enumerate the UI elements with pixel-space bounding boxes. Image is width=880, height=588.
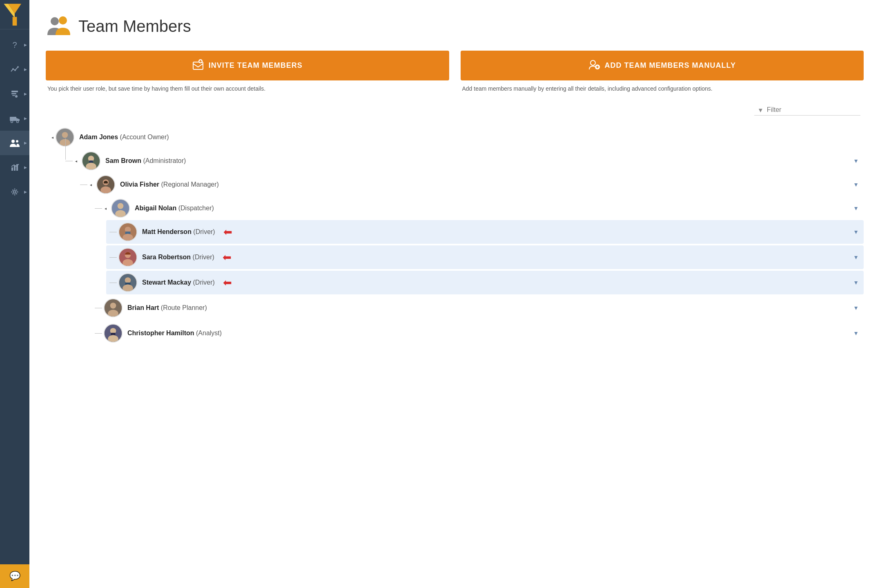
svg-point-18 (13, 191, 16, 193)
sidebar-logo[interactable] (0, 0, 29, 29)
avatar-olivia (96, 175, 115, 194)
svg-point-21 (11, 192, 13, 193)
tree-node-sara: Sara Robertson (Driver) ⬅ ▼ (106, 245, 864, 269)
sidebar-chat-button[interactable]: 💬 (0, 564, 29, 588)
svg-rect-7 (11, 93, 16, 94)
row-chevron-sara[interactable]: ▼ (853, 254, 859, 261)
member-role-stewart: (Driver) (193, 279, 215, 286)
invite-card: INVITE TEAM MEMBERS You pick their user … (46, 51, 449, 93)
row-chevron-sam[interactable]: ▼ (853, 158, 859, 164)
red-arrow-stewart: ⬅ (223, 277, 232, 288)
svg-point-62 (110, 303, 116, 309)
row-chevron-matt[interactable]: ▼ (853, 229, 859, 235)
indent-adam: ◂ (49, 134, 56, 140)
chevron-icon: ▶ (24, 116, 27, 120)
add-description: Add team members manually by entering al… (461, 85, 864, 93)
svg-point-19 (14, 189, 16, 190)
member-name-sam: Sam Brown (105, 157, 141, 164)
toggle-olivia[interactable]: ◂ (87, 181, 94, 188)
sidebar-item-team[interactable]: ▶ (0, 131, 29, 155)
member-name-abigail: Abigail Nolan (135, 205, 176, 212)
member-info-matt: Matt Henderson (Driver) (142, 228, 215, 236)
filter-wrapper[interactable]: ▼ (754, 105, 860, 116)
team-tree: ◂ Adam Jones (Account Owner) (46, 125, 864, 345)
invite-icon (192, 59, 204, 72)
svg-point-4 (14, 69, 16, 71)
sidebar-item-settings[interactable]: ▶ (0, 180, 29, 204)
toggle-abigail[interactable]: ◂ (102, 205, 109, 212)
tree-row-stewart[interactable]: Stewart Mackay (Driver) ⬅ ▼ (106, 271, 864, 294)
svg-rect-15 (11, 167, 13, 171)
svg-point-28 (59, 16, 67, 24)
svg-rect-29 (193, 62, 203, 69)
action-row: INVITE TEAM MEMBERS You pick their user … (46, 51, 864, 93)
member-info-christopher: Christopher Hamilton (Analyst) (127, 330, 222, 337)
sidebar-item-orders[interactable]: ▶ (0, 82, 29, 106)
svg-point-43 (86, 163, 96, 170)
tree-row-matt[interactable]: Matt Henderson (Driver) ⬅ ▼ (106, 220, 864, 244)
avatar-sam (82, 151, 100, 170)
avatar-abigail (111, 199, 130, 218)
sidebar-item-reports[interactable]: ▶ (0, 155, 29, 180)
svg-point-22 (17, 192, 18, 193)
page-title: Team Members (78, 17, 191, 36)
filter-row: ▼ (46, 105, 864, 116)
add-icon (588, 59, 600, 72)
row-chevron-christopher[interactable]: ▼ (853, 330, 859, 336)
sidebar-item-analytics[interactable]: ▶ (0, 57, 29, 82)
chat-icon: 💬 (9, 571, 20, 581)
tree-node-stewart: Stewart Mackay (Driver) ⬅ ▼ (106, 271, 864, 294)
page-header-icon (46, 13, 72, 39)
children-olivia: ◂ (77, 196, 864, 345)
member-role-christopher: (Analyst) (196, 330, 222, 336)
svg-point-67 (108, 335, 118, 343)
tree-node-brian: Brian Hart (Route Planner) ▼ (91, 296, 864, 320)
tree-row-sam[interactable]: ◂ Sam Brown (Administ (62, 149, 864, 173)
chevron-icon: ▶ (24, 43, 27, 47)
member-name-stewart: Stewart Mackay (142, 279, 191, 286)
row-chevron-olivia[interactable]: ▼ (853, 181, 859, 188)
tree-row-olivia[interactable]: ◂ (77, 173, 864, 196)
svg-point-27 (51, 17, 59, 25)
add-button-label: ADD TEAM MEMBERS MANUALLY (605, 61, 736, 70)
filter-input[interactable] (767, 106, 857, 114)
svg-point-53 (123, 234, 133, 241)
member-info-stewart: Stewart Mackay (Driver) (142, 279, 215, 286)
toggle-sam[interactable]: ◂ (73, 158, 79, 164)
row-chevron-brian[interactable]: ▼ (853, 305, 859, 311)
chevron-icon: ▶ (24, 165, 27, 169)
member-info-brian: Brian Hart (Route Planner) (127, 304, 207, 312)
tree-row-adam[interactable]: ◂ Adam Jones (Account Owner) (49, 125, 864, 149)
tree-node-olivia: ◂ (77, 173, 864, 345)
tree-row-christopher[interactable]: Christopher Hamilton (Analyst) ▼ (91, 321, 864, 345)
children-abigail: Matt Henderson (Driver) ⬅ ▼ (91, 220, 864, 294)
add-card: ADD TEAM MEMBERS MANUALLY Add team membe… (461, 51, 864, 93)
toggle-adam[interactable]: ◂ (49, 134, 56, 140)
svg-point-25 (12, 193, 13, 194)
svg-point-58 (125, 277, 131, 283)
row-chevron-abigail[interactable]: ▼ (853, 205, 859, 212)
svg-point-11 (11, 121, 13, 123)
tree-row-sara[interactable]: Sara Robertson (Driver) ⬅ ▼ (106, 245, 864, 269)
tree-row-abigail[interactable]: ◂ (91, 196, 864, 220)
children-sam: ◂ (62, 173, 864, 345)
tree-row-brian[interactable]: Brian Hart (Route Planner) ▼ (91, 296, 864, 320)
svg-rect-6 (11, 91, 18, 92)
filter-icon: ▼ (757, 107, 764, 114)
member-role-brian: (Route Planner) (161, 304, 207, 311)
chevron-icon: ▶ (24, 190, 27, 194)
svg-point-49 (115, 210, 126, 218)
avatar-brian (104, 298, 123, 317)
sidebar-item-help[interactable]: ? ▶ (0, 33, 29, 57)
row-chevron-stewart[interactable]: ▼ (853, 279, 859, 286)
svg-point-46 (100, 187, 111, 194)
invite-team-members-button[interactable]: INVITE TEAM MEMBERS (46, 51, 449, 80)
sidebar-item-dispatch[interactable]: ▶ (0, 106, 29, 131)
svg-point-33 (590, 60, 595, 65)
svg-rect-42 (89, 160, 93, 163)
add-team-members-button[interactable]: ADD TEAM MEMBERS MANUALLY (461, 51, 864, 80)
svg-point-56 (123, 259, 133, 267)
svg-point-8 (15, 95, 18, 98)
tree-node-abigail: ◂ (91, 196, 864, 294)
member-info-abigail: Abigail Nolan (Dispatcher) (135, 205, 214, 212)
